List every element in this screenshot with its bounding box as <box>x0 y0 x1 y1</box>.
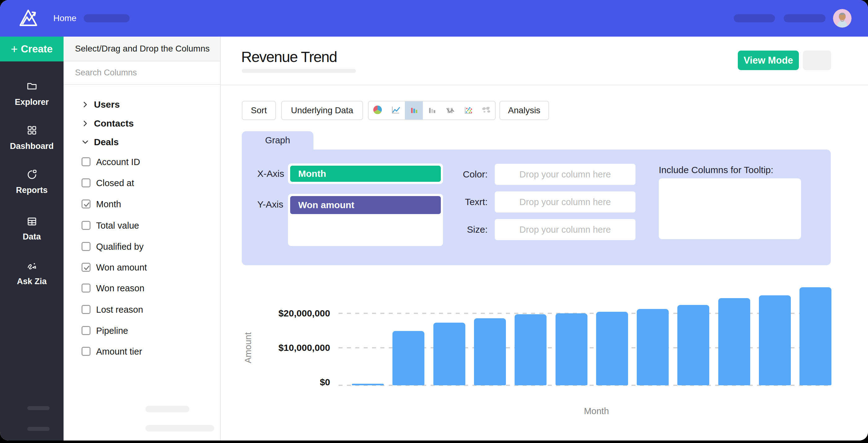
chart-y-axis-title: Amount <box>243 332 253 363</box>
tree-field-account-id[interactable]: Account ID <box>64 156 220 168</box>
tooltip-columns-dropzone[interactable] <box>659 178 801 239</box>
checkbox-month[interactable] <box>82 200 91 208</box>
tree-field-label: Won amount <box>96 261 147 274</box>
tree-field-amount-tier[interactable]: Amount tier <box>64 345 220 358</box>
checkbox-closed-at[interactable] <box>82 178 91 187</box>
bar-month-10[interactable] <box>718 298 750 385</box>
chevron-right-icon[interactable] <box>81 100 89 109</box>
tree-group-contacts[interactable]: Contacts <box>64 117 220 130</box>
chevron-right-icon[interactable] <box>81 119 89 127</box>
topbar-placeholder-pill <box>784 14 826 22</box>
tree-field-label: Amount tier <box>96 345 142 358</box>
tree-field-label: Closed at <box>96 177 134 189</box>
data-icon <box>0 215 64 228</box>
bar-month-7[interactable] <box>596 312 628 385</box>
folder-icon <box>0 80 64 92</box>
sidebar-item-explorer[interactable]: Explorer <box>0 80 64 107</box>
color-dropzone[interactable]: Drop your column here <box>495 164 636 185</box>
bar-month-12[interactable] <box>800 287 831 385</box>
tree-field-qualified-by[interactable]: Qualified by <box>64 240 220 253</box>
x-axis-chip-month[interactable]: Month <box>290 166 441 182</box>
tree-field-month[interactable]: Month <box>64 198 220 210</box>
y-axis-dropzone[interactable]: Won amount <box>288 194 443 246</box>
view-mode-button[interactable]: View Mode <box>738 51 799 70</box>
bar-chart-alt-icon <box>426 104 437 117</box>
bar-month-1[interactable] <box>352 384 384 385</box>
chart-x-axis-title: Month <box>352 406 841 416</box>
graph-config-panel: X-Axis Month Y-Axis Won amount Color: Te… <box>242 150 831 265</box>
rail-placeholder-pill <box>27 427 50 431</box>
bar-month-11[interactable] <box>759 295 791 385</box>
tree-field-label: Lost reason <box>96 303 143 316</box>
avatar[interactable] <box>833 9 851 28</box>
underlying-data-button[interactable]: Underlying Data <box>281 101 363 120</box>
text-dropzone[interactable]: Drop your column here <box>495 191 636 212</box>
tooltip-columns-label: Include Columns for Tooltip: <box>659 165 773 175</box>
topbar-placeholder-pill <box>734 14 775 22</box>
top-bar: Home <box>0 0 868 37</box>
bar-month-6[interactable] <box>556 313 587 385</box>
search-columns-input[interactable] <box>64 61 220 85</box>
tree-field-pipeline[interactable]: Pipeline <box>64 324 220 337</box>
x-axis-label: X-Axis <box>257 169 284 179</box>
checkbox-account-id[interactable] <box>82 157 91 166</box>
tree-field-label: Won reason <box>96 282 145 294</box>
tree-group-users[interactable]: Users <box>64 98 220 111</box>
analysis-button[interactable]: Analysis <box>499 101 549 120</box>
map-chart-icon <box>480 104 492 117</box>
combo-chart-icon <box>444 104 455 117</box>
topbar-placeholder-pill <box>84 14 130 22</box>
tree-group-deals[interactable]: Deals <box>64 136 220 148</box>
chart-type-scatter-plot-icon[interactable] <box>459 101 477 119</box>
analytics-logo-icon[interactable] <box>16 6 40 30</box>
title-placeholder-pill <box>242 69 356 73</box>
sidebar-item-dashboard[interactable]: Dashboard <box>0 124 64 151</box>
size-dropzone[interactable]: Drop your column here <box>495 219 636 240</box>
tree-field-won-amount[interactable]: Won amount <box>64 261 220 274</box>
checkbox-total-value[interactable] <box>82 221 91 230</box>
header-extra-button[interactable] <box>803 51 831 70</box>
bar-month-5[interactable] <box>515 314 547 385</box>
nav-home[interactable]: Home <box>53 0 76 37</box>
tree-field-lost-reason[interactable]: Lost reason <box>64 303 220 316</box>
bar-month-8[interactable] <box>637 309 669 385</box>
chart-type-pie-chart-icon[interactable] <box>369 101 386 119</box>
bar-month-4[interactable] <box>474 318 506 385</box>
panel-placeholder-pill <box>145 406 189 412</box>
chart-type-line-chart-icon[interactable] <box>386 101 405 119</box>
tree-group-label: Contacts <box>94 117 134 130</box>
sidebar-item-ask-zia[interactable]: Ask Zia <box>0 260 64 286</box>
panel-placeholder-pill <box>145 425 214 432</box>
main-area: Revenue Trend View Mode Sort Underlying … <box>221 37 868 441</box>
chart-type-bar-chart-icon-selected[interactable] <box>405 101 423 119</box>
checkbox-pipeline[interactable] <box>82 326 91 335</box>
tree-field-won-reason[interactable]: Won reason <box>64 282 220 294</box>
create-button[interactable]: + Create <box>0 37 64 61</box>
checkbox-amount-tier[interactable] <box>82 347 91 356</box>
x-axis-dropzone[interactable]: Month <box>288 164 443 184</box>
chart-type-combo-chart-icon[interactable] <box>441 101 459 119</box>
bar-month-2[interactable] <box>393 331 424 385</box>
left-rail: + Create ExplorerDashboardReportsDataAsk… <box>0 37 64 441</box>
tree-field-closed-at[interactable]: Closed at <box>64 177 220 189</box>
y-tick-label: $10,000,000 <box>258 342 330 353</box>
tree-field-label: Pipeline <box>96 324 128 337</box>
chevron-down-icon[interactable] <box>81 138 89 146</box>
chart-type-map-chart-icon[interactable] <box>477 101 495 119</box>
sort-button[interactable]: Sort <box>242 101 276 120</box>
checkbox-qualified-by[interactable] <box>82 242 91 251</box>
y-axis-chip-won-amount[interactable]: Won amount <box>290 196 441 214</box>
tab-graph[interactable]: Graph <box>242 131 313 150</box>
checkbox-won-amount[interactable] <box>82 263 91 272</box>
checkbox-won-reason[interactable] <box>82 284 91 293</box>
rail-placeholder-pill <box>27 406 50 410</box>
chart-type-bar-chart-alt-icon[interactable] <box>423 101 441 119</box>
bar-chart-icon <box>408 104 420 117</box>
sidebar-item-reports[interactable]: Reports <box>0 168 64 195</box>
tree-field-total-value[interactable]: Total value <box>64 219 220 232</box>
size-label: Size: <box>440 224 488 235</box>
bar-month-3[interactable] <box>433 323 465 385</box>
sidebar-item-data[interactable]: Data <box>0 215 64 242</box>
checkbox-lost-reason[interactable] <box>82 305 91 314</box>
bar-month-9[interactable] <box>677 305 709 385</box>
